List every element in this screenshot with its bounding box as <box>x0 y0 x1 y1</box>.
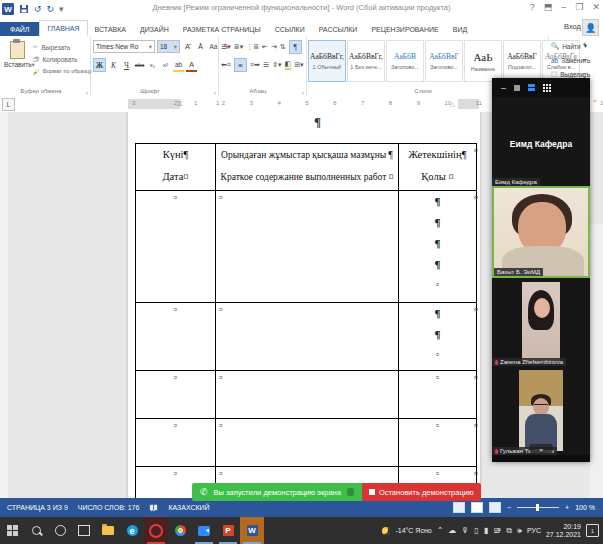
tab-page-layout[interactable]: РАЗМЕТКА СТРАНИЦЫ <box>176 22 268 36</box>
microphone-icon[interactable]: 🎙 <box>461 526 469 536</box>
strikethrough-button[interactable]: abc <box>134 59 145 71</box>
style-title[interactable]: АаЬНазвание <box>464 40 502 82</box>
subscript-button[interactable]: x₂ <box>147 59 158 71</box>
cell-date[interactable]: ¤ <box>136 303 216 371</box>
vertical-scrollbar[interactable] <box>590 224 603 498</box>
zoom-slider-thumb[interactable] <box>536 504 539 511</box>
powerpoint-button[interactable]: P <box>216 517 240 544</box>
zoom-in-button[interactable]: + <box>565 504 569 511</box>
phone-icon[interactable]: ▯ <box>474 526 478 536</box>
file-explorer-button[interactable] <box>96 517 120 544</box>
onedrive-icon[interactable]: ☁ <box>448 526 456 536</box>
style-no-spacing[interactable]: АаБбВвГг,1 Без инте... <box>347 40 385 82</box>
restore-button[interactable]: ❐ <box>575 2 583 12</box>
tab-mailings[interactable]: РАССЫЛКИ <box>312 22 365 36</box>
cell-date[interactable]: ¤ <box>136 419 216 467</box>
highlight-button[interactable]: ab <box>173 58 184 72</box>
cut-button[interactable]: ✂Вырезать <box>33 41 92 53</box>
zoom-out-button[interactable]: − <box>507 504 511 511</box>
shading-button[interactable]: ◧ <box>285 60 292 70</box>
edge-button[interactable]: e <box>120 517 144 544</box>
read-mode-button[interactable] <box>453 502 465 513</box>
replace-button[interactable]: abЗаменить <box>551 53 590 67</box>
page-indicator[interactable]: СТРАНИЦА 3 ИЗ 9 <box>7 504 68 511</box>
bullets-button[interactable]: ☰▾ <box>221 43 231 51</box>
decrease-indent-button[interactable]: ⇤ <box>262 43 268 51</box>
account-avatar[interactable]: 👤 <box>582 19 599 36</box>
font-color-button[interactable]: А <box>186 58 197 72</box>
show-marks-button[interactable]: ¶ <box>289 40 302 54</box>
web-layout-button[interactable] <box>489 502 501 513</box>
justify-button[interactable]: ☰ <box>263 61 269 69</box>
zoom-percentage[interactable]: 100 % <box>575 504 595 511</box>
tab-insert[interactable]: ВСТАВКА <box>88 22 133 36</box>
paragraph-dialog-launcher[interactable]: ⌟ <box>301 87 304 94</box>
participant-tile[interactable]: Бахыт Б. ЭиМД <box>492 186 590 278</box>
help-button[interactable]: ? <box>530 2 535 12</box>
cell-content[interactable]: ¤ <box>216 371 399 419</box>
superscript-button[interactable]: x² <box>160 59 171 71</box>
clock[interactable]: 20:1927.12.2021 <box>546 523 581 539</box>
header-cell-content[interactable]: Орындаған жұмыстар қысқаша мазмұны ¶ Кра… <box>216 144 399 191</box>
ribbon-display-options-button[interactable]: ⬒ <box>544 2 553 12</box>
align-right-button[interactable]: ≡➡ <box>250 61 260 69</box>
find-button[interactable]: 🔍Найти ▾ <box>551 39 590 53</box>
cell-signature[interactable]: ¶ ¶ ¶ ¶ ¤ <box>399 191 477 303</box>
style-normal[interactable]: АаБбВвГг,1 Обычный <box>308 40 346 82</box>
cortana-button[interactable] <box>48 517 72 544</box>
cell-signature[interactable]: ¤ <box>399 419 477 467</box>
zoom-app-button[interactable] <box>192 517 216 544</box>
weather-text[interactable]: -14°C Ясно <box>395 527 431 534</box>
word-count[interactable]: ЧИСЛО СЛОВ: 176 <box>78 504 140 511</box>
font-dialog-launcher[interactable]: ⌟ <box>213 87 216 94</box>
word-button[interactable]: W <box>240 517 264 544</box>
format-painter-button[interactable]: 🖌Формат по образцу <box>33 65 92 77</box>
numbering-button[interactable]: ≣▾ <box>234 43 243 51</box>
style-heading1[interactable]: АаБбВЗаголово... <box>386 40 424 82</box>
sort-button[interactable]: ⇅ <box>280 43 286 51</box>
copy-button[interactable]: 🗇Копировать <box>33 53 92 65</box>
style-heading2[interactable]: АаБбВвГЗаголово... <box>425 40 463 82</box>
close-button[interactable]: ✕ <box>592 2 600 12</box>
stop-share-button[interactable]: Остановить демонстрацию <box>362 483 481 501</box>
right-indent-marker-icon[interactable]: △ <box>450 100 455 107</box>
style-subtitle[interactable]: АаБбВвГПодзагол... <box>503 40 541 82</box>
shrink-font-button[interactable]: А̌ <box>195 41 206 53</box>
cell-content[interactable]: ¤ <box>216 191 399 303</box>
bold-button[interactable]: Ж <box>93 58 106 72</box>
gallery-view-icon[interactable] <box>543 84 551 92</box>
language-switcher[interactable]: РУС <box>527 527 541 534</box>
wifi-icon[interactable]: ⧉ <box>506 526 512 536</box>
tab-view[interactable]: ВИД <box>446 22 474 36</box>
ethernet-icon[interactable]: 🖳 <box>493 526 501 536</box>
opera-button[interactable] <box>144 517 168 544</box>
taskbar-search-button[interactable] <box>24 517 48 544</box>
print-layout-button[interactable] <box>471 502 483 513</box>
speaker-view-icon[interactable] <box>528 84 535 91</box>
header-cell-signature[interactable]: Жетекшінің¶ Қолы ¤ <box>399 144 477 191</box>
cell-signature[interactable]: ¶ ¶ ¤ <box>399 303 477 371</box>
italic-button[interactable]: К <box>108 59 119 71</box>
tab-file[interactable]: ФАЙЛ <box>0 22 39 36</box>
zoom-stop-video-icon[interactable] <box>514 85 520 91</box>
weather-moon-icon[interactable] <box>382 527 390 535</box>
tab-home[interactable]: ГЛАВНАЯ <box>39 20 87 36</box>
participant-tile[interactable]: Zarema Zhelsembinova <box>492 278 590 366</box>
borders-button[interactable]: ⊞▾ <box>294 61 303 69</box>
cell-content[interactable]: ¤ <box>216 419 399 467</box>
tab-selector[interactable]: L <box>2 98 15 111</box>
cell-content[interactable]: ¤ <box>216 303 399 371</box>
indent-marker-icon[interactable]: ⧖ <box>177 98 183 110</box>
more-participants-chevron[interactable]: ⌄ <box>530 444 553 453</box>
cell-date[interactable]: ¤ <box>136 191 216 303</box>
align-left-button[interactable]: ⬅≡ <box>221 61 231 69</box>
multilevel-list-button[interactable]: ⋮≣ <box>246 43 259 51</box>
clipboard-dialog-launcher[interactable]: ⌟ <box>85 87 88 94</box>
grow-font-button[interactable]: А̂ <box>182 41 193 53</box>
paste-button[interactable]: Вставить▾ <box>4 39 30 89</box>
action-center-icon[interactable]: 1 <box>586 524 599 537</box>
minimize-button[interactable]: – <box>561 2 566 12</box>
cell-signature[interactable]: ¤ <box>399 371 477 419</box>
font-size-combo[interactable]: 18▾ <box>157 40 180 53</box>
horizontal-ruler[interactable]: 3 2 1 1 2 3 4 5 6 7 8 9 10 11 12 13 14 1… <box>128 99 479 109</box>
